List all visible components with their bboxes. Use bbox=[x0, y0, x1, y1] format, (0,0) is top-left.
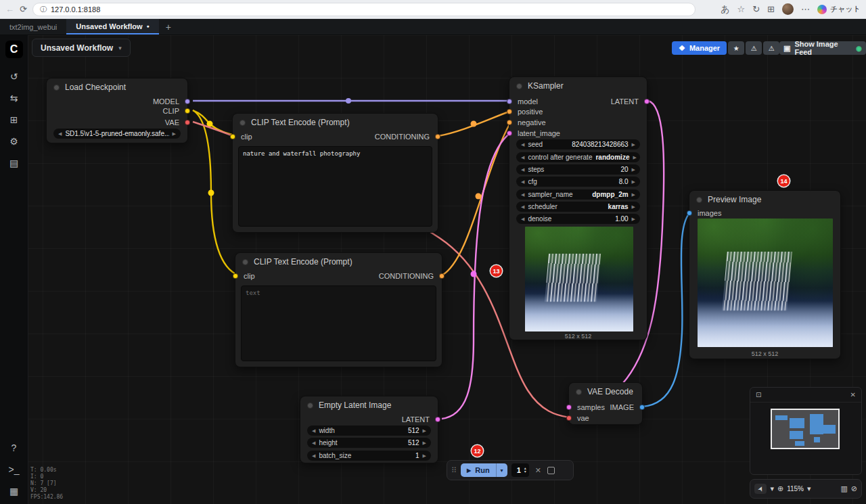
clip-input-pin[interactable] bbox=[233, 273, 238, 279]
node-header[interactable]: CLIP Text Encode (Prompt) bbox=[233, 114, 438, 131]
width-widget[interactable]: ◀ width 512 ▶ bbox=[307, 426, 431, 436]
graph-canvas[interactable]: Load Checkpoint MODEL CLIP VAE ◀ SD1.5\v… bbox=[0, 35, 866, 504]
arrow-right-icon[interactable]: ▶ bbox=[632, 142, 635, 147]
node-header[interactable]: KSampler bbox=[509, 77, 647, 95]
collapse-dot[interactable] bbox=[576, 389, 582, 395]
node-ksampler[interactable]: KSampler model LATENT positive negative … bbox=[509, 76, 647, 340]
denoise-widget[interactable]: ◀ denoise 1.00 ▶ bbox=[516, 214, 640, 224]
minimap-close-icon[interactable]: ✕ bbox=[850, 391, 856, 398]
vae-input-pin[interactable] bbox=[566, 415, 572, 421]
zoom-chevron-icon[interactable]: ▾ bbox=[807, 484, 811, 493]
manager-button[interactable]: ❖ Manager bbox=[672, 41, 727, 55]
workflow-selector[interactable]: Unsaved Workflow ▾ bbox=[32, 39, 131, 57]
address-bar[interactable]: ⓘ 127.0.0.1:8188 bbox=[32, 3, 696, 16]
model-input-pin[interactable] bbox=[507, 99, 512, 104]
node-clip-text-encode-positive[interactable]: CLIP Text Encode (Prompt) clip CONDITION… bbox=[232, 113, 438, 233]
minimap-toggle-button[interactable]: ▥ bbox=[840, 484, 847, 493]
node-preview-image[interactable]: Preview Image images 512 x 512 bbox=[689, 190, 841, 359]
arrow-left-icon[interactable]: ◀ bbox=[312, 428, 315, 434]
run-button[interactable]: ▶ Run ▾ bbox=[461, 463, 507, 477]
run-options-chevron-icon[interactable]: ▾ bbox=[496, 463, 507, 477]
prompt-textarea[interactable]: nature and waterfall photography bbox=[238, 146, 432, 227]
batch-size-widget[interactable]: ◀ batch_size 1 ▶ bbox=[307, 451, 431, 461]
new-workflow-tab-button[interactable]: + bbox=[159, 19, 178, 35]
batch-count-input[interactable]: 1 ▴ ▾ bbox=[511, 463, 529, 477]
profile-avatar[interactable] bbox=[782, 3, 794, 15]
arrow-right-icon[interactable]: ▶ bbox=[423, 440, 426, 446]
stop-button[interactable] bbox=[547, 467, 555, 474]
site-info-icon[interactable]: ⓘ bbox=[40, 5, 47, 14]
arrow-left-icon[interactable]: ◀ bbox=[521, 142, 524, 147]
arrow-right-icon[interactable]: ▶ bbox=[632, 179, 635, 185]
manager-star-button[interactable]: ★ bbox=[728, 41, 744, 55]
node-header[interactable]: CLIP Text Encode (Prompt) bbox=[235, 253, 442, 271]
arrow-left-icon[interactable]: ◀ bbox=[521, 192, 524, 198]
image-output-pin[interactable] bbox=[639, 405, 645, 410]
translate-icon[interactable]: あ bbox=[721, 5, 729, 14]
clip-input-pin[interactable] bbox=[230, 134, 235, 139]
node-header[interactable]: Preview Image bbox=[689, 191, 840, 208]
count-down-icon[interactable]: ▾ bbox=[524, 470, 526, 474]
collapse-dot[interactable] bbox=[53, 85, 60, 91]
shortcuts-icon[interactable]: ▦ bbox=[5, 482, 23, 500]
collections-icon[interactable]: ↻ bbox=[752, 5, 760, 14]
node-clip-text-encode-negative[interactable]: CLIP Text Encode (Prompt) clip CONDITION… bbox=[235, 252, 442, 367]
model-output-pin[interactable] bbox=[185, 99, 190, 104]
arrow-left-icon[interactable]: ◀ bbox=[521, 179, 524, 185]
arrow-left-icon[interactable]: ◀ bbox=[521, 167, 524, 173]
arrow-left-icon[interactable]: ◀ bbox=[521, 204, 524, 210]
workflow-tab-txt2img[interactable]: txt2img_webui bbox=[0, 19, 66, 35]
scheduler-widget[interactable]: ◀ scheduler karras ▶ bbox=[516, 202, 640, 212]
seed-widget[interactable]: ◀ seed 824038213428663 ▶ bbox=[516, 139, 640, 150]
queue-icon[interactable]: ▤ bbox=[5, 154, 23, 172]
arrow-right-icon[interactable]: ▶ bbox=[423, 428, 426, 434]
split-screen-icon[interactable]: ⊞ bbox=[767, 5, 775, 14]
show-image-feed-button[interactable]: ▣ Show Image Feed ◉ bbox=[779, 41, 866, 55]
manager-alert2-button[interactable]: ⚠ bbox=[763, 41, 779, 55]
height-widget[interactable]: ◀ height 512 ▶ bbox=[307, 438, 431, 448]
vae-output-pin[interactable] bbox=[185, 120, 190, 125]
zoom-level[interactable]: 115% bbox=[787, 485, 804, 492]
terminal-icon[interactable]: >_ bbox=[5, 461, 23, 478]
arrow-right-icon[interactable]: ▶ bbox=[632, 216, 635, 222]
node-empty-latent-image[interactable]: Empty Latent Image LATENT ◀ width 512 ▶ … bbox=[300, 396, 438, 463]
cfg-widget[interactable]: ◀ cfg 8.0 ▶ bbox=[516, 177, 640, 187]
arrow-right-icon[interactable]: ▶ bbox=[423, 453, 426, 459]
workflow-tab-unsaved[interactable]: Unsaved Workflow ● bbox=[66, 19, 158, 35]
copilot-chat-button[interactable]: チャット bbox=[817, 4, 861, 14]
pointer-tool-button[interactable]: ➤ bbox=[754, 484, 767, 494]
sampler-name-widget[interactable]: ◀ sampler_name dpmpp_2m ▶ bbox=[516, 189, 640, 200]
manager-alert-button[interactable]: ⚠ bbox=[746, 41, 762, 55]
url-text[interactable]: 127.0.0.1:8188 bbox=[51, 5, 100, 14]
fit-view-button[interactable]: ⊕ bbox=[777, 484, 783, 493]
arrow-right-icon[interactable]: ▶ bbox=[632, 204, 635, 210]
model-library-icon[interactable]: ⚙ bbox=[5, 133, 23, 150]
favorites-star-icon[interactable]: ☆ bbox=[737, 5, 746, 14]
arrow-right-icon[interactable]: ▶ bbox=[173, 131, 176, 137]
reload-icon[interactable]: ⟳ bbox=[20, 5, 27, 14]
more-menu-icon[interactable]: ⋯ bbox=[801, 5, 810, 14]
drag-handle-icon[interactable]: ⠿ bbox=[451, 466, 457, 475]
images-input-pin[interactable] bbox=[687, 210, 692, 216]
node-header[interactable]: Load Checkpoint bbox=[47, 78, 187, 96]
back-icon[interactable]: ← bbox=[5, 5, 14, 14]
collapse-dot[interactable] bbox=[696, 197, 702, 203]
arrow-left-icon[interactable]: ◀ bbox=[521, 155, 524, 160]
arrow-left-icon[interactable]: ◀ bbox=[521, 216, 524, 222]
help-icon[interactable]: ? bbox=[5, 439, 23, 457]
clip-output-pin[interactable] bbox=[185, 108, 190, 114]
arrow-right-icon[interactable]: ▶ bbox=[633, 155, 636, 160]
node-header[interactable]: Empty Latent Image bbox=[300, 396, 438, 414]
latent-image-input-pin[interactable] bbox=[507, 131, 512, 136]
arrow-right-icon[interactable]: ▶ bbox=[632, 192, 635, 198]
steps-widget[interactable]: ◀ steps 20 ▶ bbox=[516, 164, 640, 175]
prompt-textarea[interactable] bbox=[241, 285, 436, 361]
control-after-generate-widget[interactable]: ◀ control after generate randomize ▶ bbox=[516, 152, 640, 162]
workflow-history-icon[interactable]: ↺ bbox=[5, 68, 23, 85]
conditioning-output-pin[interactable] bbox=[435, 134, 440, 139]
collapse-dot[interactable] bbox=[307, 403, 313, 409]
latent-output-pin[interactable] bbox=[435, 417, 440, 422]
minimap-viewport[interactable] bbox=[771, 409, 840, 449]
arrow-left-icon[interactable]: ◀ bbox=[312, 453, 315, 459]
samples-input-pin[interactable] bbox=[566, 405, 572, 410]
